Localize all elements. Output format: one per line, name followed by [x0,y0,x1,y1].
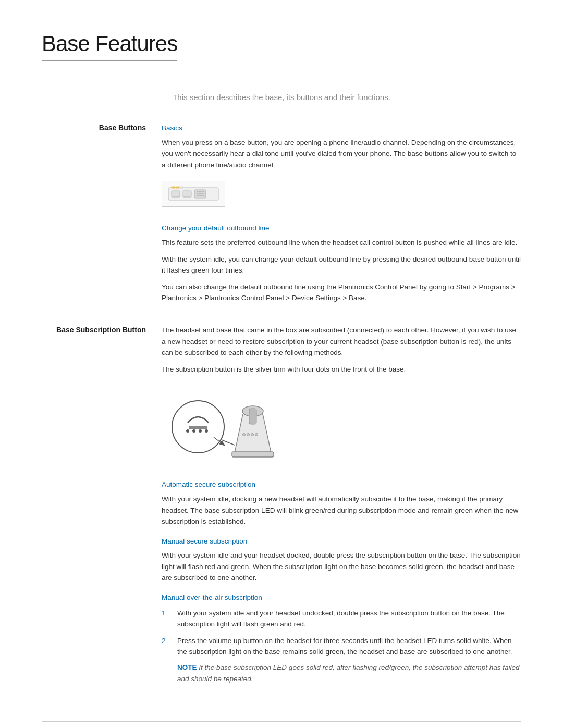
svg-rect-9 [180,187,183,188]
subscription-intro-p2: The subscription button is the silver tr… [162,364,521,375]
step-number-1: 1 [162,608,172,630]
base-buttons-label: Base Buttons [42,122,162,309]
air-step-2: 2 Press the volume up button on the head… [162,635,521,689]
air-step2-text: Press the volume up button on the headse… [177,637,512,656]
svg-rect-7 [172,187,175,188]
step-number-2: 2 [162,635,172,689]
air-steps-list: 1 With your system idle and your headset… [162,608,521,690]
svg-rect-1 [172,191,180,197]
air-step1-text: With your system idle and your headset u… [177,608,521,630]
page-title: Base Features [42,31,177,61]
svg-rect-15 [189,426,207,429]
svg-point-11 [186,429,189,433]
svg-rect-19 [232,452,274,457]
base-buttons-section: Base Buttons Basics When you press on a … [42,122,521,309]
change-title: Change your default outbound line [162,223,521,234]
note-label: NOTE [177,663,197,671]
page: Base Features This section describes the… [0,0,563,728]
base-subscription-section: Base Subscription Button The headset and… [42,325,521,695]
air-title: Manual over-the-air subscription [162,592,521,603]
note-paragraph: NOTE If the base subscription LED goes s… [177,662,521,684]
svg-rect-2 [183,191,191,197]
content-area: Base Buttons Basics When you press on a … [42,122,521,710]
change-p3: You can also change the default outbound… [162,281,521,304]
svg-point-22 [251,434,254,436]
svg-point-12 [192,429,195,433]
page-footer: plantronics. 18 [42,721,521,728]
base-diagram-svg [167,184,219,203]
device-illustration [162,385,521,468]
change-p2: With the system idle, you can change you… [162,254,521,276]
manual-text: With your system idle and your headset d… [162,550,521,584]
subscription-intro-p1: The headset and base that came in the bo… [162,325,521,359]
change-p1: This feature sets the preferred outbound… [162,237,521,249]
basics-text: When you press on a base button, you are… [162,137,521,171]
auto-title: Automatic secure subscription [162,479,521,490]
auto-text: With your system idle, docking a new hea… [162,493,521,527]
manual-title: Manual secure subscription [162,536,521,547]
svg-point-13 [199,429,202,433]
subscription-diagram-svg [162,385,282,468]
air-step2-wrapper: Press the volume up button on the headse… [177,635,521,689]
svg-rect-18 [249,409,256,424]
svg-point-14 [205,429,208,433]
svg-rect-8 [176,187,179,188]
base-subscription-content: The headset and base that came in the bo… [162,325,521,695]
page-subtitle: This section describes the base, its but… [42,93,521,102]
svg-point-21 [247,434,250,436]
basics-title: Basics [162,122,521,134]
svg-line-16 [214,437,224,445]
svg-point-20 [243,434,246,436]
air-step-1: 1 With your system idle and your headset… [162,608,521,630]
note-content: If the base subscription LED goes solid … [177,663,520,683]
base-subscription-label: Base Subscription Button [42,325,162,695]
base-buttons-diagram [162,181,225,207]
base-buttons-content: Basics When you press on a base button, … [162,122,521,309]
svg-point-23 [255,434,258,436]
